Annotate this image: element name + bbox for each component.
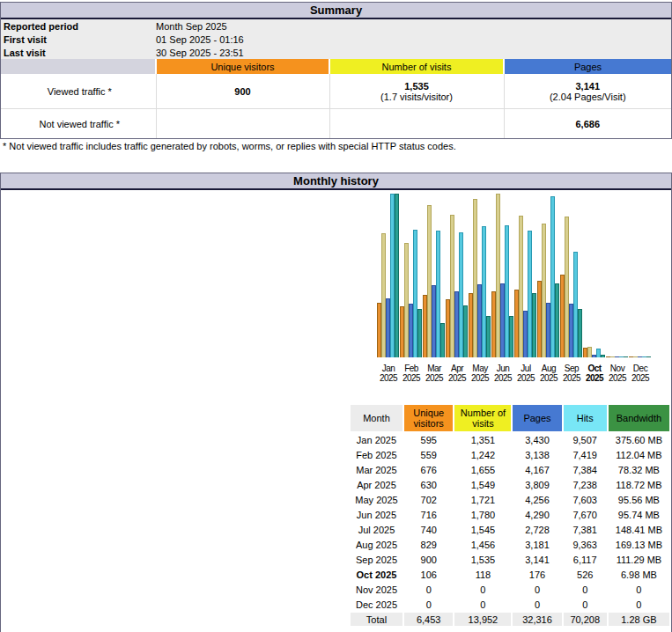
history-cell: Apr 2025 xyxy=(351,478,402,491)
bar-group xyxy=(606,356,629,357)
last-visit-row: Last visit 30 Sep 2025 - 23:51 xyxy=(1,46,671,59)
viewed-pages-detail: (2.04 Pages/Visit) xyxy=(505,92,672,102)
viewed-visits-detail: (1.7 visits/visitor) xyxy=(330,92,504,102)
history-column-header: Month xyxy=(351,405,402,431)
history-cell: 3,181 xyxy=(513,538,561,551)
viewed-unique-value: 900 xyxy=(157,86,329,97)
history-cell: 1,351 xyxy=(454,433,511,446)
history-cell: 0 xyxy=(404,598,453,611)
not-viewed-traffic-label: Not viewed traffic * xyxy=(1,109,156,139)
history-cell: 0 xyxy=(564,598,607,611)
history-cell: 7,603 xyxy=(564,493,607,506)
bar-bandwidth-mb- xyxy=(601,355,605,357)
history-cell: May 2025 xyxy=(351,493,402,506)
first-visit-value: 01 Sep 2025 - 01:16 xyxy=(156,33,671,46)
summary-title: Summary xyxy=(1,3,671,19)
history-cell: 3,809 xyxy=(513,478,561,491)
history-row: Jan 20255951,3513,4309,507375.60 MB xyxy=(351,433,669,446)
history-cell: Sep 2025 xyxy=(351,553,402,566)
history-header-row: MonthUnique visitorsNumber of visitsPage… xyxy=(351,405,669,431)
first-visit-label: First visit xyxy=(1,33,156,46)
history-column-header: Pages xyxy=(513,405,561,431)
history-cell: Feb 2025 xyxy=(351,448,402,461)
history-cell: 0 xyxy=(609,583,669,596)
bar-bandwidth-mb- xyxy=(395,194,399,357)
bar-bandwidth-mb- xyxy=(646,356,651,357)
history-cell: 716 xyxy=(404,508,453,521)
history-cell: 375.60 MB xyxy=(609,433,669,446)
bar-group xyxy=(629,356,652,357)
history-cell: 9,507 xyxy=(564,433,607,446)
month-axis-label: Jul2025 xyxy=(514,364,537,383)
bar-bandwidth-mb- xyxy=(463,305,468,357)
history-cell: 4,167 xyxy=(513,463,561,476)
month-axis-label: May2025 xyxy=(469,364,491,383)
history-cell: Mar 2025 xyxy=(351,463,402,476)
history-cell: 6.98 MB xyxy=(609,568,669,581)
first-visit-row: First visit 01 Sep 2025 - 01:16 xyxy=(1,33,671,46)
history-cell: 7,384 xyxy=(564,463,607,476)
month-axis-label-year: 2025 xyxy=(400,373,423,383)
month-axis-label-month: Dec xyxy=(629,364,652,373)
history-cell: Jan 2025 xyxy=(351,433,402,446)
summary-column-headers: Unique visitorsNumber of visitsPages xyxy=(1,59,671,74)
history-cell: 4,256 xyxy=(513,493,561,506)
viewed-unique-visitors: 900 xyxy=(156,74,329,109)
history-cell: 526 xyxy=(564,568,607,581)
history-cell: 7,670 xyxy=(564,508,607,521)
reported-period-label: Reported period xyxy=(1,19,156,33)
bar-bandwidth-mb- xyxy=(578,309,582,357)
last-visit-value: 30 Sep 2025 - 23:51 xyxy=(156,46,671,59)
viewed-traffic-label: Viewed traffic * xyxy=(1,74,156,109)
history-total-row: Total6,45313,95232,31670,2081.28 GB xyxy=(351,613,669,626)
history-cell: 0 xyxy=(564,583,607,596)
summary-column-header: Number of visits xyxy=(329,59,504,74)
month-axis-label-month: Sep xyxy=(560,364,583,373)
not-viewed-visits xyxy=(329,109,504,139)
month-axis-label: Dec2025 xyxy=(629,364,652,383)
history-row: Jun 20257161,7804,2907,67095.74 MB xyxy=(351,508,669,521)
monthly-history-table: MonthUnique visitorsNumber of visitsPage… xyxy=(349,403,671,628)
last-visit-label: Last visit xyxy=(1,46,156,59)
history-cell: 0 xyxy=(513,583,561,596)
history-cell: Aug 2025 xyxy=(351,538,402,551)
month-axis-label: Apr2025 xyxy=(446,364,469,383)
not-viewed-traffic-row: Not viewed traffic * 6,686 xyxy=(1,109,671,139)
history-cell: 1,549 xyxy=(454,478,511,491)
awstats-page: { "summary": { "title": "Summary", "info… xyxy=(0,0,672,632)
history-row: Dec 202500000 xyxy=(351,598,669,611)
history-cell: 95.56 MB xyxy=(609,493,669,506)
history-cell: 0 xyxy=(454,583,511,596)
history-cell: 3,138 xyxy=(513,448,561,461)
bar-group xyxy=(446,215,469,357)
history-row: Oct 20251061181765266.98 MB xyxy=(351,568,669,581)
history-row: Aug 20258291,4563,1819,363169.13 MB xyxy=(351,538,669,551)
not-viewed-pages: 6,686 xyxy=(504,109,671,139)
history-cell: 169.13 MB xyxy=(609,538,669,551)
history-cell: Jul 2025 xyxy=(351,523,402,536)
month-axis-label-month: Jun xyxy=(491,364,514,373)
history-cell: 3,141 xyxy=(513,553,561,566)
history-column-header: Hits xyxy=(564,405,607,431)
viewed-visits-value: 1,535 xyxy=(330,81,504,92)
viewed-visits: 1,535 (1.7 visits/visitor) xyxy=(329,74,504,109)
month-axis-label: Jan2025 xyxy=(377,364,400,383)
summary-table: Reported period Month Sep 2025 First vis… xyxy=(1,19,671,138)
month-axis-label: Nov2025 xyxy=(606,364,629,383)
bar-group xyxy=(560,217,583,357)
history-cell: 559 xyxy=(404,448,453,461)
history-row: Jul 20257401,5452,7287,381148.41 MB xyxy=(351,523,669,536)
summary-header-spacer xyxy=(1,59,156,74)
bar-bandwidth-mb- xyxy=(624,356,628,357)
month-axis-label-month: Nov xyxy=(606,364,629,373)
month-axis-label-month: Aug xyxy=(537,364,560,373)
history-cell: 0 xyxy=(609,598,669,611)
month-axis-label-year: 2025 xyxy=(423,373,446,383)
month-axis-label-year: 2025 xyxy=(446,373,469,383)
history-row: Sep 20259001,5353,1416,117111.29 MB xyxy=(351,553,669,566)
history-total-cell: 70,208 xyxy=(564,613,607,626)
month-axis-label-year: 2025 xyxy=(491,373,514,383)
monthly-history-section: Monthly history Jan2025Feb2025Mar2025Apr… xyxy=(0,173,672,632)
history-cell: 6,117 xyxy=(564,553,607,566)
bar-group xyxy=(491,194,514,357)
